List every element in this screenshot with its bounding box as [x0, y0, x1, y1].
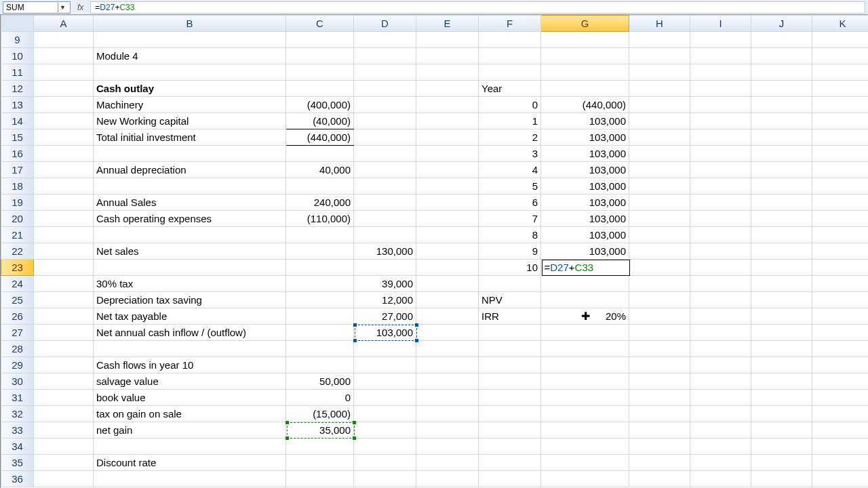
- cell-H13[interactable]: [629, 97, 690, 113]
- cell-K18[interactable]: [812, 178, 869, 195]
- cell-B21[interactable]: [94, 227, 286, 243]
- cell-K34[interactable]: [812, 439, 869, 455]
- row-header-21[interactable]: 21: [1, 227, 34, 243]
- cell-D34[interactable]: [354, 439, 416, 455]
- cell-A31[interactable]: [34, 390, 94, 406]
- cell-E24[interactable]: [416, 276, 479, 292]
- cell-C27[interactable]: [286, 325, 354, 341]
- cell-K23[interactable]: [812, 260, 869, 276]
- cell-E11[interactable]: [416, 64, 479, 81]
- cell-C30[interactable]: 50,000: [286, 373, 354, 390]
- cell-K32[interactable]: [812, 406, 869, 422]
- active-cell-editor[interactable]: =D27+C33: [542, 260, 630, 276]
- col-header-I[interactable]: I: [690, 16, 751, 32]
- cell-F16[interactable]: 3: [479, 146, 541, 162]
- cell-E25[interactable]: [416, 292, 479, 308]
- cell-K33[interactable]: [812, 422, 869, 439]
- cell-A35[interactable]: [34, 455, 94, 471]
- row-header-23[interactable]: 23: [1, 260, 34, 276]
- cell-F28[interactable]: [479, 341, 541, 357]
- cell-H23[interactable]: [629, 260, 690, 276]
- cell-K16[interactable]: [812, 146, 869, 162]
- cell-B27[interactable]: Net annual cash inflow / (outflow): [94, 325, 286, 341]
- row-header-16[interactable]: 16: [1, 146, 34, 162]
- cell-B23[interactable]: [94, 260, 286, 276]
- cell-D25[interactable]: 12,000: [354, 292, 416, 308]
- cell-C28[interactable]: [286, 341, 354, 357]
- cell-A14[interactable]: [34, 113, 94, 129]
- cell-I9[interactable]: [690, 32, 751, 48]
- cell-D9[interactable]: [354, 32, 416, 48]
- cell-E13[interactable]: [416, 97, 479, 113]
- cell-A11[interactable]: [34, 64, 94, 81]
- cell-H20[interactable]: [629, 211, 690, 227]
- cell-E17[interactable]: [416, 162, 479, 178]
- cell-B9[interactable]: [94, 32, 286, 48]
- name-box-dropdown-icon[interactable]: ▼: [58, 3, 67, 12]
- cell-G29[interactable]: [541, 357, 629, 373]
- cell-J26[interactable]: [751, 308, 812, 325]
- cell-F31[interactable]: [479, 390, 541, 406]
- cell-D35[interactable]: [354, 455, 416, 471]
- cell-B36[interactable]: [94, 471, 286, 487]
- cell-F32[interactable]: [479, 406, 541, 422]
- cell-J24[interactable]: [751, 276, 812, 292]
- cell-F25[interactable]: NPV: [479, 292, 541, 308]
- cell-E22[interactable]: [416, 243, 479, 260]
- cell-E19[interactable]: [416, 195, 479, 211]
- cell-I30[interactable]: [690, 373, 751, 390]
- cell-H35[interactable]: [629, 455, 690, 471]
- cell-I31[interactable]: [690, 390, 751, 406]
- cell-G14[interactable]: 103,000: [541, 113, 629, 129]
- cell-G35[interactable]: [541, 455, 629, 471]
- cell-K20[interactable]: [812, 211, 869, 227]
- cell-B30[interactable]: salvage value: [94, 373, 286, 390]
- cell-C24[interactable]: [286, 276, 354, 292]
- cell-C14[interactable]: (40,000): [286, 113, 354, 129]
- col-header-D[interactable]: D: [354, 16, 416, 32]
- cell-K21[interactable]: [812, 227, 869, 243]
- cell-J16[interactable]: [751, 146, 812, 162]
- cell-G18[interactable]: 103,000: [541, 178, 629, 195]
- cell-G33[interactable]: [541, 422, 629, 439]
- cell-C12[interactable]: [286, 81, 354, 97]
- cell-C11[interactable]: [286, 64, 354, 81]
- cell-K14[interactable]: [812, 113, 869, 129]
- cell-E15[interactable]: [416, 129, 479, 146]
- cell-D26[interactable]: 27,000: [354, 308, 416, 325]
- row-header-12[interactable]: 12: [1, 81, 34, 97]
- cell-B14[interactable]: New Working capital: [94, 113, 286, 129]
- cell-C20[interactable]: (110,000): [286, 211, 354, 227]
- cell-B31[interactable]: book value: [94, 390, 286, 406]
- cell-B11[interactable]: [94, 64, 286, 81]
- cell-D32[interactable]: [354, 406, 416, 422]
- cell-I18[interactable]: [690, 178, 751, 195]
- cell-H19[interactable]: [629, 195, 690, 211]
- cell-F12[interactable]: Year: [479, 81, 541, 97]
- cell-K24[interactable]: [812, 276, 869, 292]
- cell-F24[interactable]: [479, 276, 541, 292]
- cell-F9[interactable]: [479, 32, 541, 48]
- cell-C34[interactable]: [286, 439, 354, 455]
- cell-A16[interactable]: [34, 146, 94, 162]
- cell-I28[interactable]: [690, 341, 751, 357]
- cell-A20[interactable]: [34, 211, 94, 227]
- cell-A23[interactable]: [34, 260, 94, 276]
- cell-A22[interactable]: [34, 243, 94, 260]
- cell-G30[interactable]: [541, 373, 629, 390]
- cell-C21[interactable]: [286, 227, 354, 243]
- cell-C13[interactable]: (400,000): [286, 97, 354, 113]
- cell-H31[interactable]: [629, 390, 690, 406]
- cell-F11[interactable]: [479, 64, 541, 81]
- cell-I29[interactable]: [690, 357, 751, 373]
- cell-E14[interactable]: [416, 113, 479, 129]
- cell-G11[interactable]: [541, 64, 629, 81]
- cell-I17[interactable]: [690, 162, 751, 178]
- cell-D24[interactable]: 39,000: [354, 276, 416, 292]
- cell-J12[interactable]: [751, 81, 812, 97]
- row-header-25[interactable]: 25: [1, 292, 34, 308]
- cell-I27[interactable]: [690, 325, 751, 341]
- col-header-B[interactable]: B: [94, 16, 286, 32]
- cell-H15[interactable]: [629, 129, 690, 146]
- row-header-26[interactable]: 26: [1, 308, 34, 325]
